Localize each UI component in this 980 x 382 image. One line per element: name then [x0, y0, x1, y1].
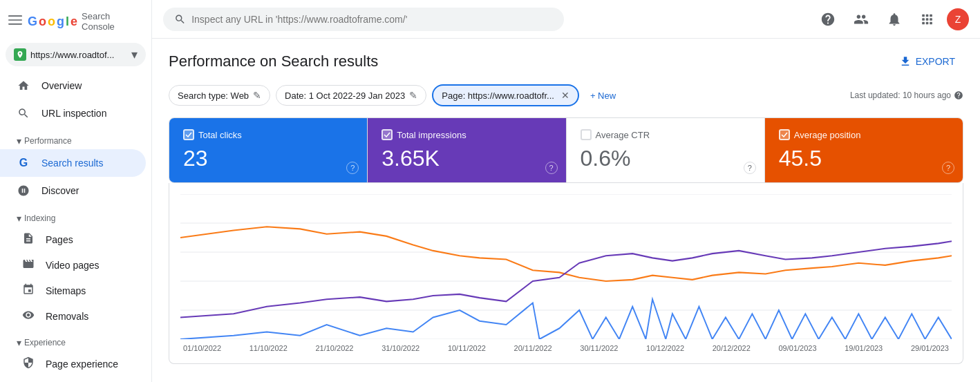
x-label-9: 09/01/2023: [778, 344, 816, 352]
average-ctr-checkbox[interactable]: [581, 129, 592, 140]
average-position-help[interactable]: ?: [942, 162, 954, 174]
average-ctr-text: Average CTR: [596, 130, 650, 140]
svg-rect-2: [8, 23, 22, 25]
new-filter-button[interactable]: + New: [585, 86, 621, 105]
x-label-0: 01/10/2022: [183, 344, 221, 352]
metrics-chart-wrapper: Total clicks 23 ? Total impressions: [169, 117, 963, 364]
average-position-card[interactable]: Average position 45.5 ?: [765, 118, 963, 182]
sidebar-item-url-inspection[interactable]: URL inspection: [0, 99, 146, 127]
svg-rect-0: [8, 15, 22, 17]
section-arrow-experience: ▾: [17, 337, 21, 348]
property-favicon: [14, 48, 26, 61]
x-axis-labels: 01/10/2022 11/10/2022 21/10/2022 31/10/2…: [180, 344, 952, 352]
sidebar-label-pages: Pages: [46, 234, 73, 245]
search-bar[interactable]: [163, 8, 564, 31]
total-clicks-text: Total clicks: [198, 130, 242, 140]
average-position-text: Average position: [794, 130, 861, 140]
property-dropdown-icon[interactable]: ▾: [131, 47, 138, 62]
total-clicks-card[interactable]: Total clicks 23 ?: [169, 118, 368, 182]
date-edit-icon[interactable]: ✎: [409, 90, 417, 101]
sitemaps-icon: [22, 283, 35, 298]
search-type-filter[interactable]: Search type: Web ✎: [169, 85, 270, 106]
total-impressions-text: Total impressions: [397, 130, 466, 140]
url-inspection-icon: [17, 106, 30, 120]
sidebar-item-discover[interactable]: Discover: [0, 177, 146, 204]
sidebar-item-overview[interactable]: Overview: [0, 72, 146, 99]
sidebar-item-search-results[interactable]: G Search results: [0, 149, 146, 177]
removals-icon: [22, 309, 35, 323]
x-label-10: 19/01/2023: [845, 344, 883, 352]
sidebar-item-pages[interactable]: Pages: [0, 227, 146, 252]
sidebar-item-page-experience[interactable]: Page experience: [0, 351, 146, 376]
average-ctr-label: Average CTR: [581, 129, 751, 140]
page-filter[interactable]: Page: https://www.roadtofr... ✕: [432, 84, 579, 106]
notifications-icon[interactable]: [880, 6, 908, 33]
sidebar-label-video-pages: Video pages: [46, 260, 100, 271]
apps-icon[interactable]: [914, 6, 941, 33]
search-type-label: Search type: Web: [178, 90, 249, 101]
performance-label: Performance: [24, 136, 72, 146]
performance-chart: [180, 194, 952, 339]
x-label-5: 20/11/2022: [514, 344, 552, 352]
blue-line: [180, 299, 952, 339]
home-icon: [17, 79, 30, 93]
accounts-icon[interactable]: [847, 6, 875, 33]
total-impressions-checkbox[interactable]: [381, 129, 393, 140]
total-impressions-value: 3.65K: [381, 146, 552, 171]
property-name: https://www.roadtof...: [30, 50, 127, 60]
sidebar-label-search-results: Search results: [41, 157, 103, 169]
user-avatar[interactable]: Z: [947, 8, 969, 30]
discover-icon: [17, 184, 30, 198]
search-input[interactable]: [191, 14, 553, 25]
average-position-checkbox[interactable]: [779, 129, 790, 140]
x-label-11: 29/01/2023: [911, 344, 949, 352]
experience-section-title[interactable]: ▾ Experience: [0, 329, 151, 351]
sidebar-label-sitemaps: Sitemaps: [46, 285, 86, 296]
metrics-row: Total clicks 23 ? Total impressions: [169, 117, 963, 183]
filters-row: Search type: Web ✎ Date: 1 Oct 2022-29 J…: [169, 84, 963, 106]
hamburger-icon[interactable]: [8, 13, 22, 30]
last-updated-help-icon[interactable]: [954, 90, 963, 100]
video-pages-icon: [22, 258, 35, 272]
average-position-value: 45.5: [779, 146, 949, 171]
chart-container: 01/10/2022 11/10/2022 21/10/2022 31/10/2…: [169, 183, 963, 364]
indexing-section-title[interactable]: ▾ Indexing: [0, 204, 151, 227]
help-icon[interactable]: [814, 6, 842, 33]
total-clicks-checkbox[interactable]: [183, 129, 194, 140]
x-label-2: 21/10/2022: [315, 344, 353, 352]
sidebar-item-removals[interactable]: Removals: [0, 303, 146, 329]
sidebar-label-url-inspection: URL inspection: [41, 108, 106, 119]
indexing-label: Indexing: [24, 213, 55, 223]
page-filter-close-icon[interactable]: ✕: [561, 90, 569, 101]
total-clicks-label: Total clicks: [183, 129, 353, 140]
total-impressions-card[interactable]: Total impressions 3.65K ?: [368, 118, 566, 182]
page-header: Performance on Search results EXPORT: [169, 50, 963, 73]
new-filter-label: + New: [590, 90, 616, 101]
average-ctr-help[interactable]: ?: [744, 162, 756, 174]
property-selector[interactable]: https://www.roadtof... ▾: [6, 43, 146, 66]
performance-section-title[interactable]: ▾ Performance: [0, 127, 151, 149]
sidebar: Google Search Console https://www.roadto…: [0, 0, 152, 382]
search-icon: [174, 13, 186, 26]
average-ctr-value: 0.6%: [581, 146, 751, 171]
sidebar-item-sitemaps[interactable]: Sitemaps: [0, 278, 146, 303]
x-label-3: 31/10/2022: [381, 344, 420, 352]
total-clicks-help[interactable]: ?: [346, 162, 359, 174]
total-impressions-help[interactable]: ?: [545, 162, 558, 174]
last-updated-text: Last updated: 10 hours ago: [850, 90, 951, 100]
google-logo: Google Search Console: [28, 11, 140, 32]
export-label: EXPORT: [916, 56, 955, 67]
sidebar-item-video-pages[interactable]: Video pages: [0, 252, 146, 278]
main-content: Z Performance on Search results EXPORT S…: [152, 0, 980, 382]
date-filter[interactable]: Date: 1 Oct 2022-29 Jan 2023 ✎: [276, 85, 426, 106]
average-ctr-card[interactable]: Average CTR 0.6% ?: [567, 118, 765, 182]
export-button[interactable]: EXPORT: [891, 50, 963, 73]
x-label-4: 10/11/2022: [448, 344, 486, 352]
page-filter-label: Page: https://www.roadtofr...: [442, 90, 554, 101]
sidebar-label-removals: Removals: [46, 311, 88, 322]
search-type-edit-icon[interactable]: ✎: [253, 90, 261, 101]
x-label-1: 11/10/2022: [249, 344, 288, 352]
topbar: Z: [152, 0, 980, 39]
date-label: Date: 1 Oct 2022-29 Jan 2023: [285, 90, 405, 101]
pages-icon: [22, 232, 35, 247]
